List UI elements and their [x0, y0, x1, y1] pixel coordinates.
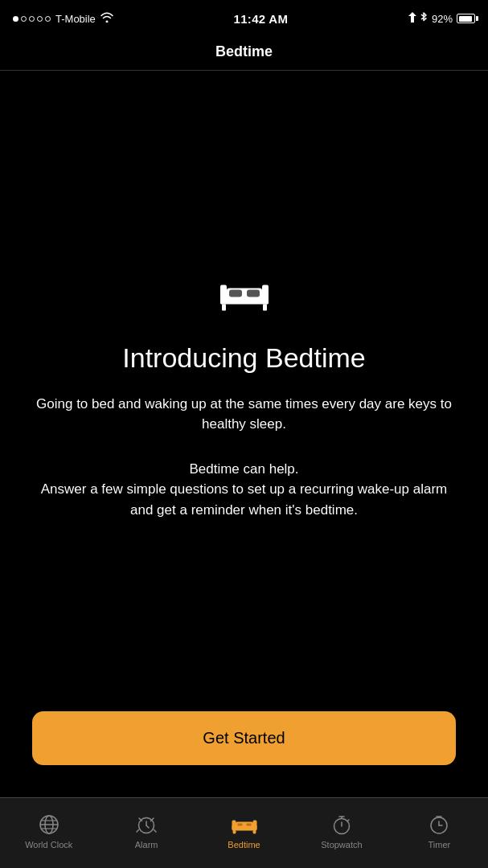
svg-rect-2	[262, 285, 269, 304]
intro-title: Introducing Bedtime	[122, 342, 365, 375]
svg-line-15	[146, 825, 149, 828]
bluetooth-icon	[420, 12, 428, 25]
status-right: 92%	[408, 12, 475, 25]
svg-rect-7	[263, 304, 267, 310]
wifi-icon	[100, 12, 113, 25]
button-area: Get Started	[0, 711, 488, 797]
tab-timer[interactable]: Timer	[391, 798, 488, 868]
location-icon	[408, 12, 416, 25]
alarm-icon	[135, 813, 158, 836]
svg-rect-5	[247, 289, 260, 297]
battery-percentage: 92%	[432, 13, 453, 25]
status-left: T-Mobile	[13, 12, 113, 25]
svg-rect-4	[229, 289, 242, 297]
signal-dot-2	[21, 16, 27, 22]
tab-timer-label: Timer	[428, 840, 450, 850]
tab-world-clock-label: World Clock	[25, 840, 72, 850]
tab-bedtime[interactable]: Bedtime	[195, 798, 293, 868]
signal-dot-3	[29, 16, 35, 22]
battery-body	[457, 14, 475, 23]
tab-bar: World Clock Alarm	[0, 797, 488, 868]
svg-line-32	[347, 820, 349, 821]
signal-dot-4	[37, 16, 43, 22]
signal-dot-1	[13, 16, 18, 22]
timer-icon	[428, 813, 450, 836]
stopwatch-icon	[330, 813, 353, 836]
intro-paragraph: Going to bed and waking up at the same t…	[32, 394, 456, 435]
bedtime-tab-icon	[233, 813, 256, 836]
nav-bar: Bedtime	[0, 35, 488, 71]
status-bar: T-Mobile 11:42 AM 92%	[0, 0, 488, 35]
tab-stopwatch-label: Stopwatch	[321, 840, 362, 850]
bed-icon	[216, 270, 273, 317]
svg-rect-26	[233, 830, 236, 833]
world-clock-icon	[38, 813, 60, 836]
status-time: 11:42 AM	[234, 12, 289, 26]
svg-rect-27	[253, 830, 256, 833]
tab-alarm-label: Alarm	[135, 840, 158, 850]
svg-line-19	[154, 830, 157, 833]
svg-rect-6	[222, 304, 226, 310]
main-content: Introducing Bedtime Going to bed and wak…	[0, 71, 488, 711]
svg-rect-1	[220, 285, 227, 304]
get-started-button[interactable]: Get Started	[32, 711, 456, 765]
tab-world-clock[interactable]: World Clock	[0, 798, 97, 868]
signal-dot-5	[45, 16, 51, 22]
svg-line-18	[137, 830, 139, 833]
battery-fill	[459, 16, 472, 22]
signal-strength	[13, 16, 51, 22]
svg-rect-25	[246, 823, 252, 826]
nav-title: Bedtime	[215, 43, 273, 59]
svg-rect-22	[253, 821, 256, 830]
tab-stopwatch[interactable]: Stopwatch	[293, 798, 390, 868]
battery-icon	[457, 14, 475, 23]
tab-bedtime-label: Bedtime	[228, 840, 260, 850]
svg-rect-21	[232, 821, 236, 830]
svg-rect-24	[237, 823, 243, 826]
help-text: Bedtime can help. Answer a few simple qu…	[32, 459, 456, 521]
tab-alarm[interactable]: Alarm	[97, 798, 195, 868]
carrier-label: T-Mobile	[55, 13, 96, 25]
